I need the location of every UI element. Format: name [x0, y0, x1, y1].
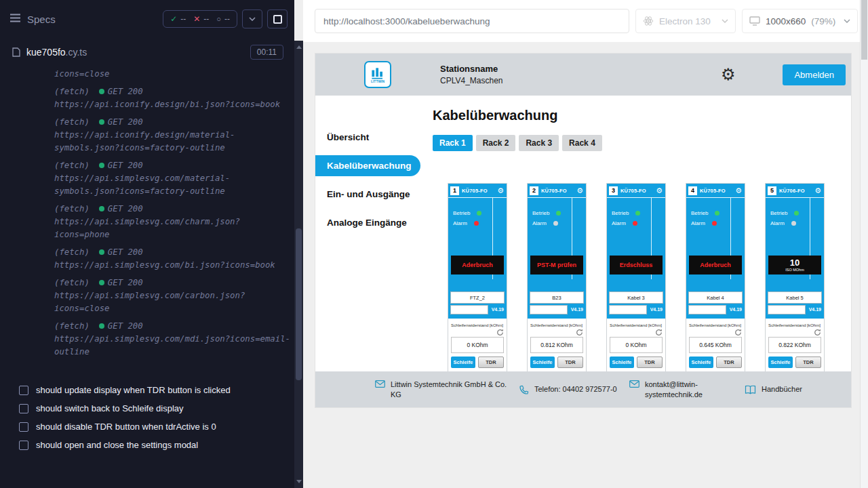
book-icon: [745, 385, 756, 394]
test-stats: ✓-- ✕-- ○--: [163, 10, 237, 28]
log-url: https://api.simplesvg.com/material-symbo…: [54, 172, 292, 198]
page-scrollbar[interactable]: [860, 0, 868, 488]
tdr-button[interactable]: TDR: [637, 357, 663, 368]
card-gear-icon[interactable]: ⚙: [814, 187, 821, 195]
alarm-label: Alarm: [770, 220, 785, 226]
viewport-select[interactable]: 1000x660 (79%): [742, 9, 858, 33]
betrieb-label: Betrieb: [691, 210, 708, 216]
specs-menu-icon[interactable]: [9, 13, 21, 25]
card-gear-icon[interactable]: ⚙: [735, 187, 742, 195]
test-box-icon: [19, 404, 28, 413]
refresh-icon[interactable]: [496, 327, 504, 339]
betrieb-label: Betrieb: [453, 210, 470, 216]
scroll-up-arrow[interactable]: [296, 45, 302, 49]
refresh-icon[interactable]: [814, 327, 821, 339]
footer-manuals[interactable]: Handbücher: [745, 384, 802, 394]
check-icon: ✓: [170, 14, 177, 24]
scroll-down-arrow[interactable]: [296, 480, 302, 483]
sidebar-item-ein-und-ausgaenge[interactable]: Ein- und Ausgänge: [315, 184, 420, 205]
cable-name-input[interactable]: Kabel 3: [609, 291, 663, 304]
chevron-down-icon: [844, 19, 850, 23]
log-entry[interactable]: (fetch)GET 200 https://api.iconify.desig…: [54, 85, 292, 111]
collapse-button[interactable]: [242, 9, 262, 28]
tab-rack-2[interactable]: Rack 2: [476, 135, 516, 151]
card-gear-icon[interactable]: ⚙: [497, 187, 504, 195]
cable-name-input[interactable]: FTZ_2: [450, 291, 505, 304]
schleife-button[interactable]: Schleife: [768, 357, 793, 368]
log-entry[interactable]: (fetch)GET 200 https://api.simplesvg.com…: [54, 159, 292, 198]
measurement-value: 0.812 KOhm: [530, 337, 583, 353]
status-display: Aderbruch: [451, 256, 504, 274]
footer-phone[interactable]: Telefon: 04402 972577-0: [519, 384, 629, 394]
scrollbar-thumb[interactable]: [296, 228, 302, 380]
browser-select[interactable]: Electron 130: [635, 9, 736, 33]
cable-name-input[interactable]: Kabel 5: [768, 291, 822, 304]
tab-rack-1[interactable]: Rack 1: [433, 135, 473, 151]
stat-pending: ○--: [216, 14, 230, 24]
device-card: 3KÜ705-FO⚙ Betrieb Alarm Erdschluss Kabe…: [606, 183, 666, 371]
url-input[interactable]: [315, 9, 629, 33]
version-input[interactable]: [450, 305, 488, 314]
tab-rack-4[interactable]: Rack 4: [562, 135, 602, 151]
spec-file-row[interactable]: kue705fo.cy.ts 00:11: [12, 45, 283, 60]
log-entry[interactable]: (fetch)GET 200 https://api.simplesvg.com…: [54, 203, 292, 241]
phone-icon: [519, 385, 529, 394]
log-entry[interactable]: (fetch)GET 200 https://api.simplesvg.com…: [54, 277, 292, 315]
footer-company[interactable]: Littwin Systemtechnik GmbH & Co. KG: [375, 380, 519, 400]
cable-name-input[interactable]: B23: [530, 291, 584, 304]
tdr-button[interactable]: TDR: [478, 357, 504, 368]
test-title[interactable]: should open and close the settings modal: [0, 436, 285, 454]
sidebar-item-uebersicht[interactable]: Übersicht: [315, 127, 420, 148]
card-number: 3: [609, 186, 618, 195]
refresh-icon[interactable]: [655, 327, 663, 339]
alarm-led: [712, 221, 717, 226]
card-model: KÜ705-FO: [700, 188, 726, 194]
card-number: 4: [688, 186, 697, 195]
tab-rack-3[interactable]: Rack 3: [519, 135, 559, 151]
scrollbar-thumb[interactable]: [861, 0, 867, 60]
schleife-button[interactable]: Schleife: [451, 357, 475, 368]
firmware-version: V4.19: [571, 307, 583, 312]
card-number: 2: [530, 186, 538, 195]
log-entry[interactable]: (fetch)GET 200 https://api.simplesvg.com…: [54, 320, 292, 359]
schleife-button[interactable]: Schleife: [530, 357, 555, 368]
version-input[interactable]: [688, 305, 726, 314]
betrieb-led: [715, 211, 719, 216]
card-gear-icon[interactable]: ⚙: [576, 187, 583, 195]
logout-button[interactable]: Abmelden: [783, 64, 846, 85]
tdr-button[interactable]: TDR: [557, 357, 583, 368]
sidebar-item-analoge-eingaenge[interactable]: Analoge Eingänge: [315, 212, 420, 233]
stop-button[interactable]: [267, 9, 288, 28]
app-sidebar: Übersicht Kabelüberwachung Ein- und Ausg…: [315, 96, 420, 371]
footer-email[interactable]: kontakt@littwin-systemtechnik.de: [629, 380, 745, 400]
test-title[interactable]: should update display when TDR button is…: [0, 381, 285, 399]
version-input[interactable]: [609, 305, 647, 314]
firmware-version: V4.19: [730, 307, 742, 312]
alarm-led: [474, 221, 479, 226]
tdr-button[interactable]: TDR: [716, 357, 742, 368]
device-card: 5KÜ706-FO⚙ Betrieb Alarm 10 ISO MOhm Kab…: [765, 183, 825, 371]
electron-icon: [643, 16, 654, 26]
version-input[interactable]: [768, 305, 806, 314]
betrieb-label: Betrieb: [770, 210, 787, 216]
refresh-icon[interactable]: [734, 327, 742, 339]
log-entry[interactable]: (fetch)GET 200 https://api.iconify.desig…: [54, 116, 292, 155]
card-model: KÜ705-FO: [620, 188, 646, 194]
schleife-button[interactable]: Schleife: [689, 357, 713, 368]
test-title[interactable]: should switch back to Schleife display: [0, 399, 285, 418]
version-input[interactable]: [530, 305, 568, 314]
settings-gear-icon[interactable]: ⚙: [721, 66, 736, 83]
tdr-button[interactable]: TDR: [795, 357, 821, 368]
test-title[interactable]: should disable TDR button when tdrActive…: [0, 418, 285, 436]
specs-label[interactable]: Specs: [27, 14, 56, 25]
refresh-icon[interactable]: [576, 327, 583, 339]
page-title: Kabelüberwachung: [433, 108, 851, 123]
cable-name-input[interactable]: Kabel 4: [688, 291, 743, 304]
sidebar-item-kabelueberwachung[interactable]: Kabelüberwachung: [315, 155, 420, 176]
measurement-value: 0 KOhm: [451, 337, 504, 353]
schleife-button[interactable]: Schleife: [610, 357, 634, 368]
log-entry[interactable]: (fetch)GET 200 https://api.simplesvg.com…: [54, 246, 292, 272]
log-line[interactable]: icons=close: [54, 68, 292, 81]
reporter-scrollbar[interactable]: [294, 41, 303, 488]
card-gear-icon[interactable]: ⚙: [656, 187, 663, 195]
